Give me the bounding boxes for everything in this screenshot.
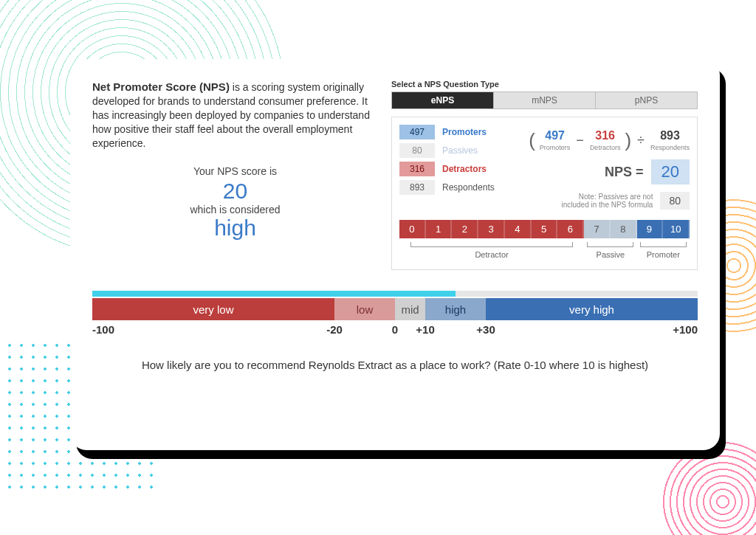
nps-result-value: 20 [651,159,690,184]
passives-note: Note: Passives are not included in the N… [549,193,653,209]
formula-promoters: 497 Promoters [540,130,571,151]
count-respondents-label: Respondents [442,182,495,193]
formula-respondents-value: 893 [660,129,680,142]
intro-paragraph: Net Promoter Score (NPS) is a scoring sy… [92,80,378,151]
formula-promoters-value: 497 [545,129,565,142]
tick-plus100: +100 [673,323,698,336]
your-score-block: Your NPS score is 20 which is considered… [92,165,378,241]
nps-range-chart: very low low mid high very high -100 -20… [92,291,698,338]
bracket-passive: Passive [584,240,636,259]
scale-brackets: Detractor Passive Promoter [399,240,690,259]
calc-area: 497 Promoters 80 Passives 316 Detractors [391,117,698,270]
formula-detractors-value: 316 [595,129,615,142]
nps-formula: ( 497 Promoters − 316 Detractors ) [519,125,690,210]
intro-column: Net Promoter Score (NPS) is a scoring sy… [92,80,378,270]
rating-word: high [92,215,378,241]
tick-neg100: -100 [92,323,114,336]
your-score-value: 20 [92,179,378,204]
formula-detractors-label: Detractors [590,144,621,151]
paren-open-icon: ( [529,129,535,152]
minus-icon: − [574,133,585,148]
count-passives-label: Passives [442,145,478,156]
tick-0: 0 [392,323,398,336]
bracket-promoter: Promoter [637,240,690,259]
considered-label: which is considered [92,204,378,215]
count-passives-value: 80 [399,143,435,158]
range-indicator-fill [92,291,456,297]
rating-scale-bar: 0 1 2 3 4 5 6 7 8 9 10 [399,220,690,238]
divide-icon: ÷ [636,133,646,148]
nps-result-row: NPS = 20 [519,159,690,184]
scale-0: 0 [399,220,426,238]
passives-note-value: 80 [660,192,690,210]
range-indicator-track [92,291,698,297]
segment-mid: mid [395,298,425,320]
count-respondents-value: 893 [399,180,435,195]
nps-equals-label: NPS = [605,165,644,180]
scale-7: 7 [584,220,611,238]
nps-dashboard-card: Net Promoter Score (NPS) is a scoring sy… [70,59,720,450]
scale-4: 4 [505,220,532,238]
survey-question-text: How likely are you to recommend Reynolds… [92,359,698,371]
paren-close-icon: ) [625,129,631,152]
intro-title: Net Promoter Score (NPS) [92,80,230,93]
count-respondents: 893 Respondents [399,180,510,195]
formula-detractors: 316 Detractors [590,130,621,151]
count-passives: 80 Passives [399,143,510,158]
tab-enps[interactable]: eNPS [391,92,494,109]
count-promoters-label: Promoters [442,127,487,137]
tab-pnps[interactable]: pNPS [596,92,698,109]
range-segments: very low low mid high very high [92,298,698,320]
passives-note-row: Note: Passives are not included in the N… [519,192,690,210]
segment-very-low: very low [92,298,334,320]
formula-promoters-label: Promoters [540,144,571,151]
formula-respondents: 893 Respondents [650,130,690,151]
nps-type-tabs: eNPS mNPS pNPS [391,92,698,109]
count-detractors: 316 Detractors [399,162,510,176]
count-promoters-value: 497 [399,125,435,139]
formula-respondents-label: Respondents [650,144,690,151]
range-axis: -100 -20 0 +10 +30 +100 [92,323,698,338]
calculation-panel: Select a NPS Question Type eNPS mNPS pNP… [391,80,698,270]
segment-low: low [334,298,395,320]
tick-neg20: -20 [326,323,343,336]
segment-very-high: very high [486,298,698,320]
bracket-detractor: Detractor [399,240,584,259]
scale-9: 9 [637,220,664,238]
scale-6: 6 [557,220,584,238]
scale-1: 1 [426,220,453,238]
scale-2: 2 [452,220,478,238]
scale-8: 8 [611,220,637,238]
your-score-label: Your NPS score is [92,165,378,177]
tab-mnps[interactable]: mNPS [494,92,596,109]
tick-plus10: +10 [416,323,434,336]
scale-10: 10 [663,220,690,238]
count-detractors-label: Detractors [442,164,487,174]
scale-3: 3 [478,220,505,238]
select-type-label: Select a NPS Question Type [391,80,698,89]
counts-list: 497 Promoters 80 Passives 316 Detractors [399,125,510,210]
count-promoters: 497 Promoters [399,125,510,139]
tick-plus30: +30 [476,323,495,336]
segment-high: high [425,298,486,320]
scale-5: 5 [532,220,558,238]
count-detractors-value: 316 [399,162,435,176]
